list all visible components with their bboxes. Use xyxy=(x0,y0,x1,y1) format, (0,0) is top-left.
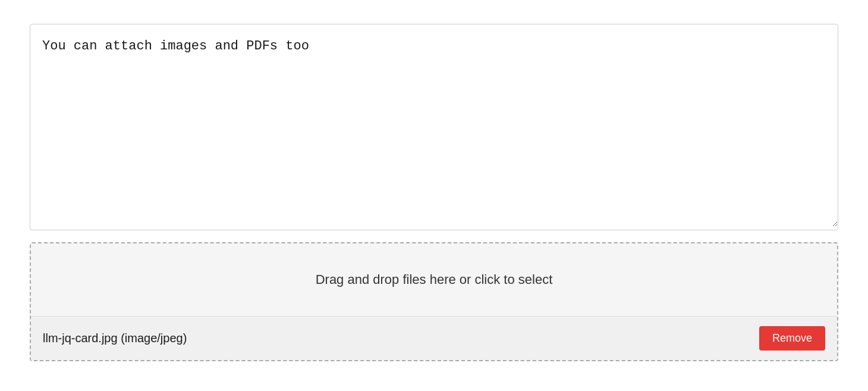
textarea-wrapper: You can attach images and PDFs too xyxy=(30,24,838,230)
file-dropzone[interactable]: Drag and drop files here or click to sel… xyxy=(30,242,838,361)
main-container: You can attach images and PDFs too Drag … xyxy=(30,12,838,373)
file-name: llm-jq-card.jpg (image/jpeg) xyxy=(43,331,187,345)
message-textarea[interactable]: You can attach images and PDFs too xyxy=(30,24,838,227)
dropzone-label-area[interactable]: Drag and drop files here or click to sel… xyxy=(31,243,837,316)
file-item: llm-jq-card.jpg (image/jpeg) Remove xyxy=(31,316,837,360)
dropzone-label-text: Drag and drop files here or click to sel… xyxy=(316,272,553,287)
remove-button[interactable]: Remove xyxy=(759,326,825,351)
